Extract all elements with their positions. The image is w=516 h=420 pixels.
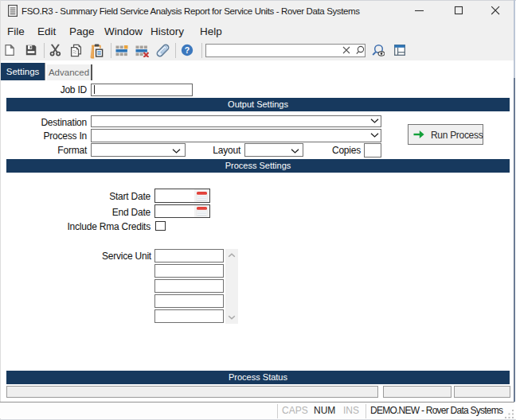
- svg-text:?: ?: [185, 45, 190, 55]
